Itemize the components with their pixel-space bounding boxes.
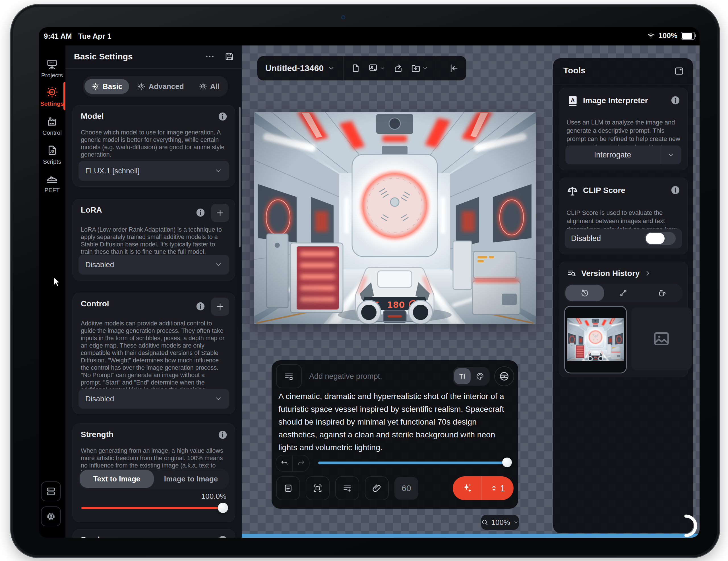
batch-count-stepper[interactable]: 1	[481, 483, 514, 494]
share-button[interactable]	[393, 63, 403, 73]
strength-slider-thumb[interactable]	[218, 503, 228, 513]
info-icon[interactable]	[196, 301, 205, 311]
script-button[interactable]	[276, 476, 300, 500]
plus-icon	[215, 208, 225, 218]
new-document-button[interactable]	[351, 63, 361, 73]
canvas-toolbar: Untitled-13460	[257, 56, 466, 80]
lens-button[interactable]	[494, 366, 514, 386]
sidebar-item-projects[interactable]: Projects	[39, 58, 65, 79]
history-tab[interactable]	[565, 285, 604, 301]
thumbnail-artwork	[567, 318, 624, 361]
info-icon[interactable]	[218, 430, 227, 440]
strength-mode-toggle: Text to Image Image to Image	[78, 469, 229, 489]
progress-bar	[242, 534, 700, 538]
info-icon[interactable]	[671, 96, 680, 105]
panel-toggle-button[interactable]	[674, 66, 684, 76]
model-title: Model	[81, 112, 104, 121]
undo-redo-group	[276, 455, 310, 472]
settings-scrollbar[interactable]	[239, 107, 241, 247]
info-icon[interactable]	[671, 185, 680, 195]
lora-dropdown[interactable]: Disabled	[78, 255, 229, 275]
undo-button[interactable]	[276, 455, 292, 471]
text-image-toggle[interactable]	[454, 368, 471, 384]
add-control-button[interactable]	[211, 297, 229, 316]
negative-prompt-placeholder[interactable]: Add negative prompt.	[309, 372, 382, 381]
history-slider[interactable]	[318, 457, 510, 468]
model-dropdown[interactable]: FLUX.1 [schnell]	[78, 161, 229, 181]
chevron-down-icon	[422, 65, 428, 71]
page: 9:41 AM Tue Apr 1 100% Projects	[0, 0, 728, 561]
tab-basic[interactable]: Basic	[84, 79, 129, 94]
strength-slider[interactable]	[81, 503, 226, 513]
more-options-icon[interactable]	[205, 51, 215, 61]
progress-spinner-arc	[675, 514, 697, 537]
info-icon[interactable]	[218, 535, 227, 538]
version-history-header[interactable]: Version History	[566, 268, 652, 279]
date: Tue Apr 1	[78, 32, 111, 41]
attachment-button[interactable]	[365, 476, 389, 500]
plus-icon	[215, 302, 225, 311]
tab-advanced[interactable]: Advanced	[130, 79, 191, 94]
add-lora-button[interactable]	[211, 204, 229, 222]
tab-all[interactable]: All	[192, 79, 226, 94]
tools-title: Tools	[563, 66, 586, 75]
prompt-text[interactable]: A cinematic, dramatic and hyperrealistic…	[278, 390, 511, 454]
save-to-folder-button[interactable]	[411, 63, 428, 73]
server-button[interactable]	[41, 481, 61, 501]
history-slider-thumb[interactable]	[502, 457, 512, 467]
clip-score-toggle[interactable]	[645, 232, 676, 245]
save-icon[interactable]	[225, 51, 234, 61]
lens-icon	[499, 371, 510, 382]
interrogate-dropdown[interactable]	[660, 146, 681, 164]
steps-badge[interactable]: 60	[394, 477, 418, 500]
server-icon	[45, 486, 56, 497]
add-lines-icon	[342, 483, 352, 493]
chip-button[interactable]	[41, 506, 61, 526]
lora-title: LoRA	[81, 206, 102, 215]
sidebar-item-control[interactable]: Control	[39, 115, 65, 136]
collapse-panel-button[interactable]	[441, 63, 466, 73]
all-gear-icon	[199, 82, 207, 91]
sparkles-icon	[461, 482, 473, 494]
import-image-icon	[368, 63, 378, 73]
battery-percent: 100%	[659, 31, 678, 40]
scroll-icon	[283, 483, 293, 493]
document-title-menu[interactable]: Untitled-13460	[257, 63, 343, 73]
svg-text:JS: JS	[50, 150, 54, 154]
js-file-icon: JS	[46, 144, 58, 156]
generate-button[interactable]: 1	[453, 476, 514, 500]
prompt-list-button[interactable]	[335, 476, 359, 500]
version-thumbnail-current[interactable]	[564, 306, 627, 373]
seed-card: Seed	[73, 529, 235, 538]
generated-image[interactable]	[254, 112, 536, 324]
sidebar-item-peft[interactable]: PEFT	[39, 172, 65, 194]
redo-button[interactable]	[292, 455, 309, 471]
info-icon[interactable]	[196, 208, 205, 218]
sidebar-item-scripts[interactable]: JS Scripts	[39, 144, 65, 165]
control-dropdown[interactable]: Disabled	[78, 389, 229, 409]
settings-panel: Basic Settings Basic	[65, 45, 242, 538]
cpu-chip-icon	[45, 511, 56, 522]
import-image-button[interactable]	[368, 63, 386, 73]
selection-frame-button[interactable]	[306, 476, 330, 500]
undo-icon	[280, 459, 289, 467]
sneaker-icon	[46, 172, 58, 185]
chevron-down-icon	[667, 151, 675, 159]
info-icon[interactable]	[218, 112, 227, 121]
image-to-image-option[interactable]: Image to Image	[154, 470, 228, 488]
zoom-control[interactable]: 100%	[481, 515, 519, 530]
coffee-tab[interactable]	[643, 285, 681, 301]
interrogate-button[interactable]: Interrogate	[565, 146, 681, 164]
sidebar-item-settings[interactable]: Settings	[39, 86, 65, 107]
sidebar: Projects Settings Control JS	[39, 45, 65, 538]
folder-download-icon	[411, 63, 421, 73]
link-tab[interactable]	[604, 285, 643, 301]
factory-icon	[46, 115, 58, 127]
version-thumbnail-empty[interactable]	[631, 307, 692, 370]
text-to-image-option[interactable]: Text to Image	[80, 470, 154, 488]
new-document-icon	[351, 63, 361, 73]
negative-prompt-button[interactable]	[276, 364, 302, 388]
palette-button[interactable]	[472, 368, 488, 384]
strength-title: Strength	[81, 430, 113, 439]
canvas-area[interactable]: Untitled-13460	[242, 45, 700, 538]
